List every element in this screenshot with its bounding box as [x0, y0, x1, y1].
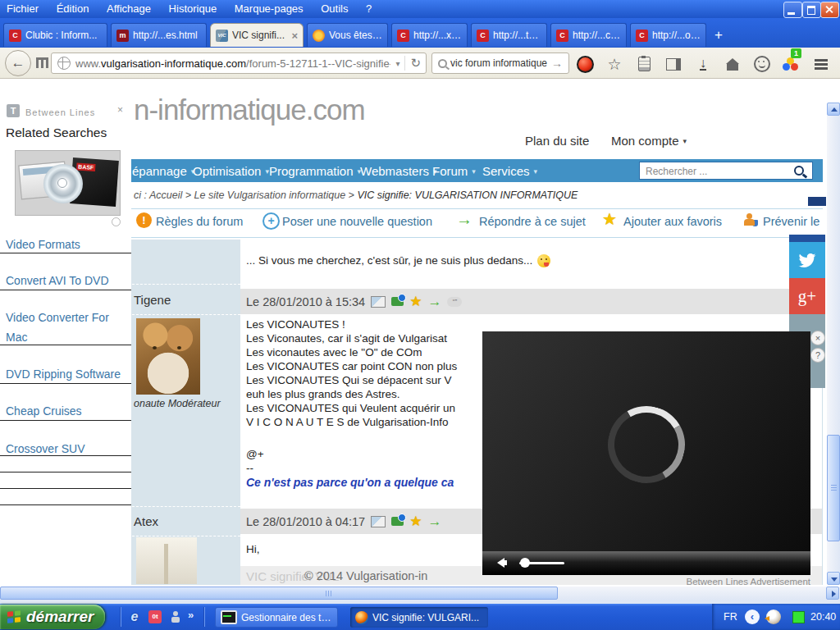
back-button[interactable]: ← — [5, 50, 31, 76]
menu-button[interactable] — [810, 54, 832, 74]
scrollbar-thumb[interactable] — [827, 435, 840, 541]
search-icon[interactable] — [794, 166, 804, 176]
history-list-button[interactable] — [633, 54, 655, 74]
quick-launch-ie[interactable]: e — [127, 609, 142, 624]
chat-button[interactable] — [751, 54, 773, 74]
ad-link-convert-avi[interactable]: Convert AVI To DVD — [6, 271, 122, 290]
private-message-icon[interactable] — [371, 516, 386, 527]
post-author[interactable]: Tigene — [134, 293, 171, 307]
tab-label: http://...ce.html — [573, 30, 621, 41]
restore-button[interactable] — [802, 2, 821, 18]
reload-icon[interactable]: ↻ — [410, 56, 421, 71]
tab-clubic[interactable]: C Clubic : Inform... — [3, 23, 107, 47]
tab-close-icon[interactable]: × — [291, 30, 298, 42]
task-label: Gestionnaire des tâch... — [241, 612, 332, 623]
star-icon[interactable]: ★ — [409, 516, 422, 527]
menu-edition[interactable]: Édition — [57, 2, 89, 15]
regles-du-forum-link[interactable]: Règles du forum — [156, 215, 243, 228]
tab-es-html[interactable]: m http://...es.html — [111, 23, 207, 47]
vertical-scrollbar[interactable] — [827, 103, 840, 585]
poser-question-link[interactable]: Poser une nouvelle question — [282, 215, 432, 228]
prevenir-link[interactable]: Prévenir le — [763, 215, 819, 228]
bookmark-star-button[interactable]: ☆ — [604, 54, 625, 74]
ad-link-video-formats[interactable]: Video Formats — [6, 235, 122, 254]
sidebar-panel-button[interactable] — [663, 54, 684, 74]
volume-slider-handle[interactable] — [520, 558, 530, 568]
tray-eagle-icon[interactable] — [766, 609, 781, 624]
tab-x7-html[interactable]: C http://...x7.html — [391, 23, 468, 47]
ad-link-video-converter[interactable]: Video Converter For Mac — [6, 308, 122, 347]
breadcrumb-path[interactable]: ci : Accueil > Le site Vulgarisation inf… — [134, 189, 357, 201]
post-author[interactable]: Atex — [134, 514, 158, 528]
search-go-icon[interactable]: → — [551, 57, 563, 70]
reply-arrow-icon[interactable]: → — [427, 296, 441, 308]
tab-vous-etes[interactable]: Vous êtes l'he... — [307, 23, 388, 47]
horizontal-scrollbar[interactable] — [0, 587, 840, 600]
ad-product-image[interactable]: BASF — [15, 150, 121, 216]
video-close-button[interactable]: × — [810, 331, 825, 345]
ad-link-cheap-cruises[interactable]: Cheap Cruises — [6, 401, 122, 421]
scrollbar-thumb[interactable] — [0, 587, 558, 600]
scroll-up-arrow[interactable] — [827, 103, 840, 116]
browser-search-input[interactable]: vic forum informatique → — [431, 52, 569, 74]
twitter-share-button[interactable] — [789, 242, 825, 278]
repondre-link[interactable]: Répondre à ce sujet — [479, 215, 586, 228]
quick-launch-ot[interactable]: 0t — [148, 609, 162, 624]
url-text[interactable]: www.vulgarisation-informatique.com/forum… — [75, 57, 390, 70]
task-button-firefox-active[interactable]: VIC signifie: VULGARI... — [350, 607, 488, 628]
scroll-right-arrow[interactable] — [826, 587, 839, 600]
search-value[interactable]: vic forum informatique — [450, 57, 547, 69]
menu-aide[interactable]: ? — [366, 2, 372, 15]
quick-launch-overflow-icon[interactable]: » — [188, 609, 194, 621]
tab-op-html[interactable]: C http://...op.html — [630, 23, 706, 47]
reply-arrow-icon[interactable]: → — [427, 516, 441, 527]
nav-services[interactable]: Services▾ — [482, 164, 537, 178]
menu-affichage[interactable]: Affichage — [107, 2, 151, 15]
tray-green-square-icon[interactable] — [792, 611, 805, 623]
nav-programmation[interactable]: Programmation▾ — [269, 164, 361, 178]
mon-compte-link[interactable]: Mon compte▾ — [611, 134, 687, 148]
site-search-input[interactable]: Rechercher ... — [639, 162, 813, 180]
start-button[interactable]: démarrer — [0, 605, 105, 629]
hardware-info-icon[interactable] — [391, 517, 404, 526]
downloadhelper-orb-button[interactable] — [574, 54, 596, 74]
menu-fichier[interactable]: Fichier — [7, 2, 39, 15]
googleplus-share-button[interactable]: g+ — [789, 278, 825, 314]
hide-icons-button[interactable]: ‹ — [745, 609, 760, 624]
menu-marque-pages[interactable]: Marque-pages — [235, 2, 304, 15]
close-button[interactable] — [820, 2, 839, 18]
nav-forum[interactable]: Forum▾ — [432, 164, 476, 178]
new-tab-button[interactable]: + — [709, 27, 728, 45]
ad-close-icon[interactable]: × — [117, 104, 123, 116]
ad-radio-icon[interactable] — [112, 217, 121, 226]
url-dropdown-icon[interactable]: ▾ — [395, 59, 399, 68]
tab-vic-active[interactable]: VIC VIC signifi... × — [210, 23, 304, 47]
tab-label: Vous êtes l'he... — [329, 30, 382, 41]
menu-historique[interactable]: Historique — [169, 2, 217, 15]
video-ad-player[interactable] — [482, 331, 810, 575]
star-icon[interactable]: ★ — [409, 296, 422, 308]
language-indicator[interactable]: FR — [724, 611, 737, 623]
quick-launch-statue[interactable] — [168, 609, 183, 624]
hardware-info-icon[interactable] — [391, 297, 404, 306]
ad-link-dvd-ripping[interactable]: DVD Ripping Software — [6, 364, 122, 384]
ajouter-favoris-link[interactable]: Ajouter aux favoris — [623, 215, 722, 228]
plan-du-site-link[interactable]: Plan du site — [525, 134, 589, 148]
quote-icon[interactable]: “” — [447, 297, 462, 307]
tab-ce-html[interactable]: C http://...ce.html — [550, 23, 627, 47]
url-bar[interactable]: www.vulgarisation-informatique.com/forum… — [51, 52, 427, 74]
private-message-icon[interactable] — [371, 296, 386, 308]
task-button-taskmanager[interactable]: Gestionnaire des tâch... — [215, 607, 338, 628]
mute-speaker-icon[interactable] — [497, 558, 504, 568]
video-help-button[interactable]: ? — [810, 348, 825, 363]
minimize-button[interactable] — [783, 2, 802, 18]
start-label: démarrer — [26, 608, 94, 626]
home-button[interactable] — [722, 54, 743, 74]
menu-outils[interactable]: Outils — [321, 2, 348, 15]
nav-depannage[interactable]: épannage▾ — [132, 164, 194, 178]
scroll-down-arrow[interactable] — [827, 572, 840, 585]
downloads-button[interactable]: ↓ — [692, 54, 714, 74]
nav-webmasters[interactable]: Webmasters▾ — [360, 164, 436, 178]
tab-ts-html[interactable]: C http://...ts.html — [471, 23, 547, 47]
nav-optimisation[interactable]: Optimisation▾ — [193, 164, 269, 178]
